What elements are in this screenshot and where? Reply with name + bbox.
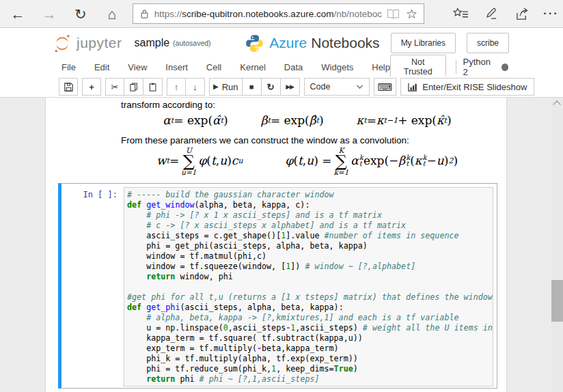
move-cell-down-button[interactable]: ↓ [186,78,205,96]
reading-view-icon[interactable] [387,9,400,19]
restart-icon: ↻ [267,83,275,92]
code-line: phi_k = tf.multiply(alpha, tf.exp(exp_te… [127,354,490,364]
plus-icon: + [89,83,94,92]
copy-icon [130,83,138,92]
command-palette-button[interactable]: ⌨ [374,78,397,96]
brand-azure-text: Azure [269,35,307,51]
menu-item-view[interactable]: View [128,62,147,72]
add-favorite-star-icon[interactable]: ☆ [406,8,417,20]
copy-cell-button[interactable] [124,78,143,96]
url-text[interactable]: https://scribe-qubitron.notebooks.azure.… [154,9,382,19]
autosave-status: (autosaved) [173,39,210,47]
scrollbar-up-arrow-icon[interactable] [553,100,559,106]
address-bar[interactable]: https://scribe-qubitron.notebooks.azure.… [133,3,424,24]
code-line: # ----- build the gaussian character win… [127,190,490,200]
code-line: # phi -> [? x 1 x ascii_steps] and is a … [127,210,490,221]
more-options-icon[interactable]: ··· [543,7,559,20]
keyboard-icon: ⌨ [378,82,393,92]
code-line: phi = get_phi(ascii_steps, alpha, beta, … [127,241,490,251]
restart-run-all-button[interactable]: ▶▶ [281,78,300,96]
home-icon[interactable]: ⌂ [102,7,122,21]
browser-action-icons: ··· [438,7,563,20]
notebook-page: transform according to: αt = exp(α̂t)βt … [45,98,507,392]
paste-cell-button[interactable] [143,78,163,96]
scribe-button[interactable]: scribe [467,33,509,53]
menu-item-file[interactable]: File [61,62,76,72]
refresh-icon[interactable]: ↻ [71,7,90,21]
fast-forward-icon: ▶▶ [286,83,294,90]
chevron-down-icon [356,85,363,89]
cell-type-dropdown[interactable]: Code [304,78,370,96]
menu-item-edit[interactable]: Edit [94,62,109,72]
kernel-status-icon [502,64,508,71]
move-cell-up-button[interactable]: ↑ [167,78,186,96]
save-button[interactable] [59,78,78,96]
menu-item-help[interactable]: Help [372,62,390,72]
cut-cell-button[interactable]: ✂ [105,78,124,96]
code-line: def get_phi(ascii_steps, alpha, beta, ka… [127,303,490,313]
share-icon[interactable] [514,8,530,20]
equation-window-convolution: wt = U∑u=1φ(t, u)cuφ(t, u) = K∑k=1αkt ex… [121,143,493,178]
code-line [127,282,490,292]
browser-navigation-bar: ← → ↻ ⌂ https://scribe-qubitron.notebook… [0,0,563,28]
notebook-header: jupyter sample (autosaved) Azure Noteboo… [0,29,563,57]
code-line: # c -> [? x ascii_steps x alphabet] and … [127,221,490,231]
jupyter-logo-icon[interactable]: jupyter [52,33,122,53]
code-line: return phi # phi ~ [?,1,ascii_steps] [127,374,490,384]
code-line: ascii_steps = c.get_shape()[1].value #nu… [127,231,490,241]
paste-icon [149,83,157,92]
rise-label: Enter/Exit RISE Slideshow [422,82,527,92]
code-line: kappa_term = tf.square( tf.subtract(kapp… [127,333,490,344]
menu-bar: FileEditViewInsertCellKernelDataWidgetsH… [0,57,563,76]
run-label: Run [222,82,238,92]
cell-type-value: Code [310,82,331,92]
kernel-name: Python 2 [463,57,495,77]
web-note-pen-icon[interactable] [483,8,499,20]
page-scrollbar[interactable] [551,98,563,392]
arrow-down-icon: ↓ [193,83,197,92]
brand-notebooks-text: Notebooks [311,35,379,51]
jupyter-logo-text: jupyter [77,35,122,51]
lock-icon [141,9,148,18]
restart-kernel-button[interactable]: ↻ [262,78,281,96]
code-line: # alpha, beta, kappa -> [?,kmixtures,1] … [127,313,490,323]
code-line: def get_window(alpha, beta, kappa, c): [127,200,490,210]
code-editor[interactable]: # ----- build the gaussian character win… [124,187,493,387]
menu-item-data[interactable]: Data [284,62,303,72]
menu-items: FileEditViewInsertCellKernelDataWidgetsH… [0,62,390,72]
add-cell-button[interactable]: + [82,78,101,96]
forward-arrow-icon[interactable]: → [40,7,59,21]
save-icon [64,83,73,92]
stop-icon: ■ [249,83,254,91]
kernel-separator [456,60,456,74]
bar-chart-icon [408,83,417,92]
code-line: phi = tf.reduce_sum(phi_k,1, keep_dims=T… [127,364,490,374]
menu-item-kernel[interactable]: Kernel [240,62,266,72]
run-cell-button[interactable]: ▶Run [209,78,243,96]
code-line: u = np.linspace(0,ascii_steps-1,ascii_st… [127,323,490,333]
arrow-up-icon: ↑ [174,83,179,92]
code-cell[interactable]: In [ ]: # ----- build the gaussian chara… [58,183,497,389]
code-line: window = tf.squeeze(window, [1]) # windo… [127,262,490,272]
not-trusted-button[interactable]: Not Trusted [390,55,446,79]
interrupt-kernel-button[interactable]: ■ [243,78,262,96]
back-arrow-icon[interactable]: ← [8,7,27,21]
notebook-title[interactable]: sample [135,37,170,49]
scrollbar-thumb[interactable] [551,280,563,322]
menu-item-cell[interactable]: Cell [206,62,221,72]
azure-notebooks-brand[interactable]: Azure Notebooks [245,34,379,53]
python-logo-icon [245,34,264,53]
notebook-toolbar: + ✂ ↑ ↓ ▶Run ■ ↻ ▶▶ Code ⌨ Enter/Exit RI… [0,76,563,98]
menu-item-widgets[interactable]: Widgets [321,62,353,72]
code-line: exp_term = tf.multiply(-beta,kappa_term) [127,344,490,354]
favorites-hub-icon[interactable] [452,8,469,20]
code-line: window = tf.matmul(phi,c) [127,251,490,262]
rise-slideshow-button[interactable]: Enter/Exit RISE Slideshow [400,78,534,96]
run-icon: ▶ [213,83,219,90]
my-libraries-button[interactable]: My Libraries [391,33,456,53]
kernel-indicator-zone: Python 2 [456,57,508,77]
cell-input-prompt: In [ ]: [65,187,124,384]
equation-parameters: αt = exp(α̂t)βt = exp(β̂t)κt = κt−1 + ex… [121,108,493,132]
code-line: return window, phi [127,272,490,282]
menu-item-insert[interactable]: Insert [165,62,188,72]
